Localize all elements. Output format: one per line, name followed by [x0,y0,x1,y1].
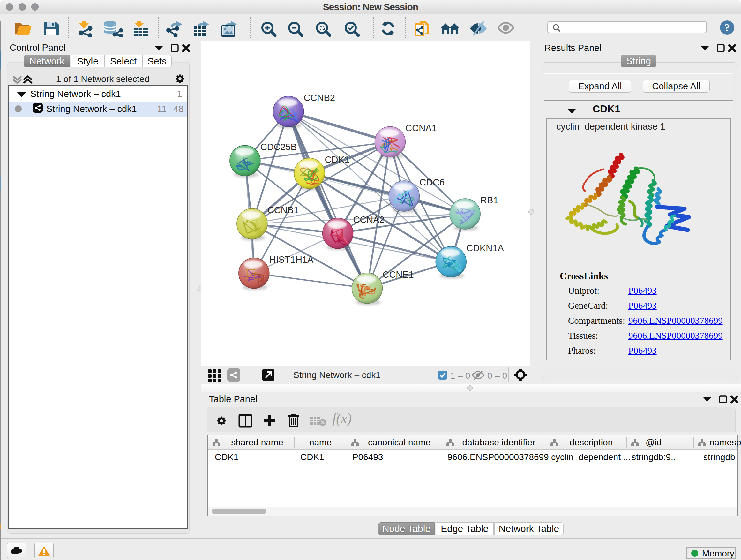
svg-text:CDC25B: CDC25B [260,142,297,152]
svg-text:CCNE1: CCNE1 [382,269,414,280]
svg-text:RB1: RB1 [480,195,498,205]
svg-text:CDKN1A: CDKN1A [466,243,504,253]
svg-text:CDC6: CDC6 [419,177,445,187]
svg-text:CCNB1: CCNB1 [267,205,299,215]
svg-text:CCNB2: CCNB2 [304,92,335,103]
svg-text:CCNA1: CCNA1 [405,123,436,133]
svg-text:CCNA2: CCNA2 [353,214,385,225]
svg-text:CDK1: CDK1 [325,154,349,165]
svg-text:HIST1H1A: HIST1H1A [269,254,314,265]
